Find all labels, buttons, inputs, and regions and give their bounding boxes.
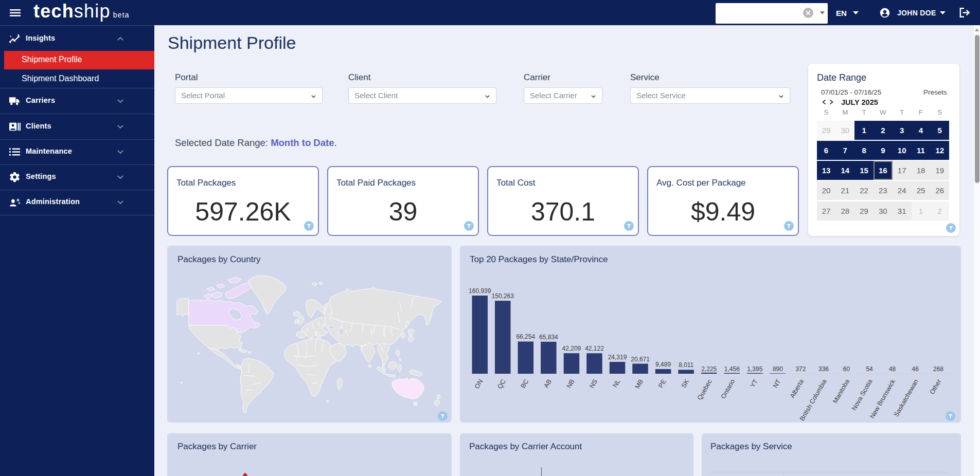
svg-text:BC: BC: [520, 378, 530, 390]
svg-text:24,319: 24,319: [608, 354, 627, 361]
svg-text:65,834: 65,834: [539, 334, 558, 341]
svg-text:890: 890: [773, 365, 783, 373]
svg-text:NT: NT: [772, 378, 782, 389]
svg-text:8,011: 8,011: [679, 361, 693, 369]
svg-text:42,122: 42,122: [585, 345, 604, 352]
svg-text:Other: Other: [929, 378, 943, 396]
svg-text:NS: NS: [588, 378, 599, 390]
svg-text:YT: YT: [749, 378, 759, 389]
svg-text:9,489: 9,489: [655, 361, 671, 368]
svg-text:20,671: 20,671: [631, 356, 650, 363]
svg-text:NB: NB: [565, 378, 576, 390]
svg-text:372: 372: [795, 365, 806, 373]
svg-text:Nova Scotia: Nova Scotia: [850, 378, 874, 411]
svg-text:NL: NL: [611, 378, 621, 389]
svg-text:QC: QC: [496, 378, 507, 390]
svg-text:268: 268: [933, 365, 943, 373]
svg-text:AB: AB: [543, 378, 553, 389]
svg-text:Ontario: Ontario: [720, 378, 737, 400]
svg-text:48: 48: [889, 365, 896, 373]
svg-text:336: 336: [818, 365, 829, 373]
svg-text:Manitoba: Manitoba: [831, 378, 851, 405]
svg-text:150,263: 150,263: [492, 292, 514, 300]
svg-text:1,395: 1,395: [747, 365, 762, 373]
svg-text:54: 54: [866, 365, 873, 373]
svg-text:MB: MB: [634, 378, 645, 390]
svg-text:2,225: 2,225: [701, 365, 717, 373]
svg-text:Alberta: Alberta: [789, 378, 805, 399]
svg-text:42,209: 42,209: [562, 345, 581, 352]
svg-text:1,456: 1,456: [724, 365, 740, 373]
svg-text:160,939: 160,939: [469, 287, 491, 295]
svg-text:PE: PE: [657, 378, 667, 389]
svg-text:Quebec: Quebec: [696, 378, 714, 401]
svg-text:46: 46: [912, 365, 919, 373]
svg-text:Saskatchewan: Saskatchewan: [893, 378, 920, 417]
svg-text:ON: ON: [473, 378, 484, 390]
svg-text:66,254: 66,254: [516, 333, 535, 340]
svg-text:60: 60: [843, 365, 850, 373]
svg-text:SK: SK: [680, 378, 691, 389]
